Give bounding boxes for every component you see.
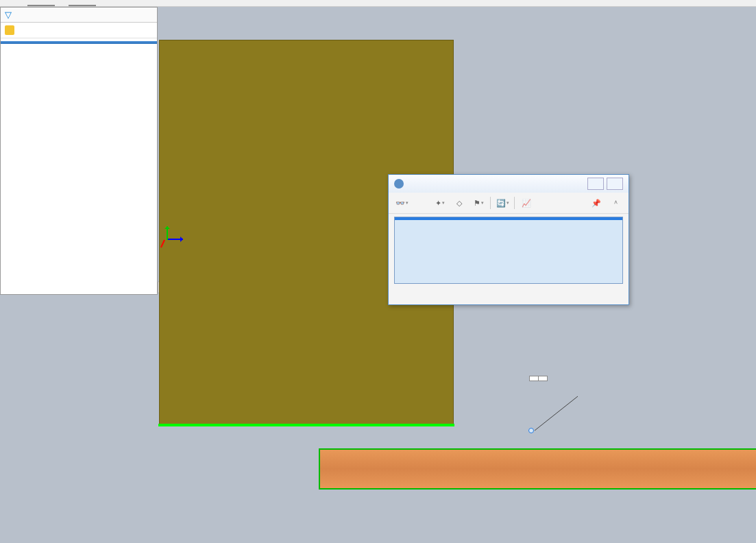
part-icon <box>5 25 14 35</box>
coordinate-triad <box>154 226 182 254</box>
measure-dialog: 👓 ✦ ◇ ⚑ 🔄 📈 📌 ＾ <box>388 174 629 305</box>
selection-item[interactable] <box>395 217 622 220</box>
sidebar-selection-bar <box>1 41 157 44</box>
ruler-ticks <box>320 450 756 459</box>
svg-line-0 <box>535 396 578 431</box>
help-button[interactable] <box>587 178 604 190</box>
units-button[interactable] <box>413 195 428 210</box>
top-toolbar <box>0 0 756 7</box>
font-size-controls <box>389 287 629 292</box>
feature-tree-panel: ▽ <box>0 7 158 295</box>
close-button[interactable] <box>607 178 623 190</box>
y-axis-icon <box>167 226 168 240</box>
tree-root[interactable] <box>1 23 157 38</box>
measure-icon <box>394 179 404 189</box>
callout-anchor-icon <box>528 428 534 433</box>
callout-leader <box>531 391 583 432</box>
toolbar-segment <box>69 0 96 6</box>
dialog-titlebar[interactable] <box>389 175 629 193</box>
separator <box>514 197 515 209</box>
x-axis-icon <box>160 240 165 248</box>
selection-list[interactable] <box>394 217 623 284</box>
measure-callout[interactable] <box>529 376 548 381</box>
callout-value <box>539 376 547 381</box>
callout-label <box>530 376 539 381</box>
xyz-button[interactable]: ✦ <box>432 195 448 210</box>
ruler-overlay <box>319 448 756 490</box>
collapse-icon[interactable]: ＾ <box>608 195 623 210</box>
filter-icon[interactable]: ▽ <box>5 10 12 20</box>
eraser-icon[interactable]: ◇ <box>452 195 467 210</box>
flag-icon[interactable]: ⚑ <box>471 195 486 210</box>
history-graph-icon[interactable]: 📈 <box>519 195 534 210</box>
selected-edge[interactable] <box>158 424 454 426</box>
separator <box>490 197 491 209</box>
pin-icon[interactable]: 📌 <box>589 195 604 210</box>
measure-results <box>389 292 629 304</box>
refresh-icon[interactable]: 🔄 <box>495 195 510 210</box>
measure-toolbar: 👓 ✦ ◇ ⚑ 🔄 📈 📌 ＾ <box>389 193 629 214</box>
sidebar-header: ▽ <box>1 8 157 23</box>
z-axis-icon <box>168 239 183 240</box>
toolbar-segment <box>27 0 55 6</box>
spectacles-icon[interactable]: 👓 <box>394 195 409 210</box>
